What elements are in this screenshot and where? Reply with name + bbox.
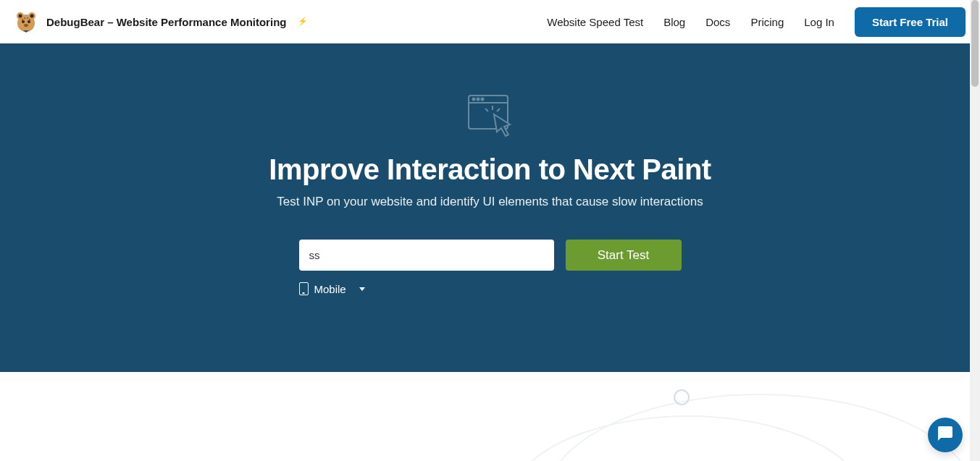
chevron-down-icon — [359, 287, 365, 291]
mobile-icon — [299, 282, 309, 295]
svg-point-11 — [29, 19, 30, 20]
nav-pricing[interactable]: Pricing — [750, 16, 784, 28]
nav-blog[interactable]: Blog — [663, 16, 685, 28]
svg-line-19 — [497, 109, 500, 111]
brand[interactable]: DebugBear – Website Performance Monitori… — [14, 10, 308, 33]
main-nav: Website Speed Test Blog Docs Pricing Log… — [547, 7, 966, 37]
svg-point-6 — [28, 20, 30, 23]
svg-point-10 — [27, 17, 28, 19]
hero-section: Improve Interaction to Next Paint Test I… — [0, 43, 980, 372]
logo-icon — [14, 10, 38, 33]
svg-point-14 — [472, 98, 474, 101]
start-free-trial-button[interactable]: Start Free Trial — [855, 7, 966, 37]
bottom-section — [0, 372, 980, 461]
svg-point-5 — [22, 20, 25, 23]
scrollbar-thumb[interactable] — [971, 0, 979, 87]
svg-point-7 — [24, 24, 28, 27]
hero-title: Improve Interaction to Next Paint — [269, 153, 711, 186]
svg-point-3 — [19, 14, 22, 18]
test-form: Start Test — [299, 240, 682, 271]
hero-subtitle: Test INP on your website and identify UI… — [277, 195, 703, 209]
chat-widget-button[interactable] — [928, 418, 963, 452]
brand-badge-icon: ⚡ — [298, 17, 308, 26]
decorative-circle — [674, 389, 690, 405]
scrollbar[interactable] — [970, 0, 980, 461]
svg-point-9 — [24, 17, 25, 19]
svg-line-17 — [485, 109, 488, 111]
svg-point-15 — [477, 98, 479, 101]
svg-point-8 — [22, 19, 23, 20]
device-selector[interactable]: Mobile — [299, 282, 365, 295]
svg-point-16 — [481, 98, 483, 101]
hero-cursor-icon — [465, 93, 516, 140]
brand-text: DebugBear – Website Performance Monitori… — [46, 16, 286, 28]
site-header: DebugBear – Website Performance Monitori… — [0, 0, 980, 43]
start-test-button[interactable]: Start Test — [566, 240, 682, 271]
nav-speed-test[interactable]: Website Speed Test — [547, 16, 643, 28]
chat-icon — [937, 425, 954, 445]
device-label: Mobile — [314, 283, 346, 295]
nav-login[interactable]: Log In — [804, 16, 834, 28]
url-input[interactable] — [299, 240, 554, 271]
svg-point-4 — [30, 14, 34, 18]
nav-docs[interactable]: Docs — [705, 16, 730, 28]
